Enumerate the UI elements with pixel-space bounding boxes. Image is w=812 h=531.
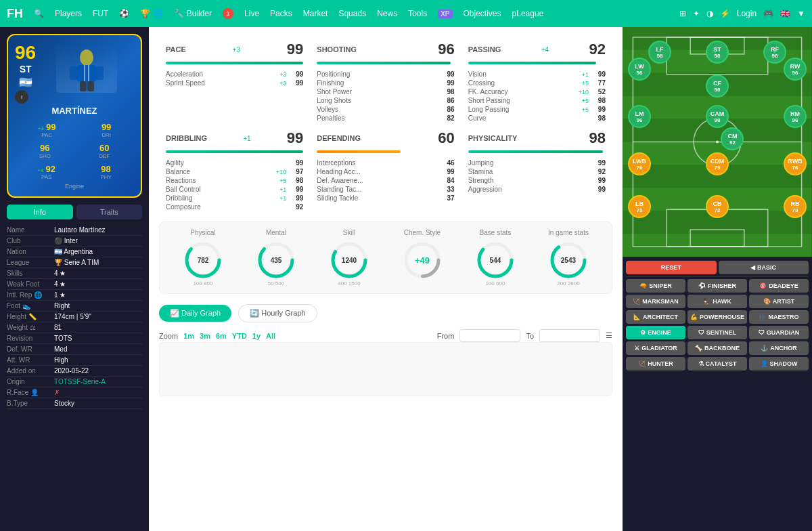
chem-backbone[interactable]: 🦴 BACKBONE (687, 341, 747, 355)
info-row-height: Height 📏 174cm | 5'9" (7, 312, 142, 322)
zoom-3m[interactable]: 3m (200, 332, 210, 340)
svg-point-34 (716, 141, 719, 144)
chem-gladiator[interactable]: ⚔ GLADIATOR (626, 341, 685, 355)
tab-info[interactable]: Info (7, 205, 73, 219)
gauge-basestats: Base stats 544 100 600 (475, 229, 516, 286)
pos-cf-value: 98 (715, 87, 721, 93)
chem-deadeye[interactable]: 🎯 DEADEYE (749, 279, 809, 293)
chem-hunter[interactable]: 🏹 HUNTER (626, 357, 685, 370)
info-row-name: Name Lautaro Martínez (7, 225, 142, 236)
pos-rb[interactable]: RB 73 (784, 195, 807, 218)
center-panel: PACE +3 99 Acceleration +3 99 Sprint Spe… (149, 27, 623, 531)
pos-cam-label: CAM (710, 110, 725, 117)
player-silhouette (56, 45, 117, 93)
nav-news[interactable]: News (377, 9, 397, 18)
chem-row-4: ⚙ ENGINE 🛡 SENTINEL 🛡 GUARDIAN (626, 326, 809, 339)
zoom-ytd[interactable]: YTD (232, 332, 247, 340)
pos-cam[interactable]: CAM 98 (706, 105, 729, 128)
card-position: ST (15, 64, 36, 75)
pos-st[interactable]: ST 98 (706, 41, 729, 64)
zoom-6m[interactable]: 6m (216, 332, 227, 340)
chem-engine[interactable]: ⚙ ENGINE (626, 326, 685, 339)
pos-cf[interactable]: CF 98 (706, 75, 729, 98)
pos-lw[interactable]: LW 96 (628, 58, 651, 81)
nav-theme-toggle[interactable]: ◑ (706, 9, 713, 18)
main-container: 96 ST 🇦🇷 I (0, 27, 812, 531)
nav-fut-icon: ⚽ (119, 9, 129, 18)
nav-live[interactable]: Live (244, 9, 259, 18)
info-row-addedon: Added on 2020-05-22 (7, 366, 142, 377)
nav-builder[interactable]: 🔧 Builder (174, 9, 212, 18)
pos-rwb[interactable]: RWB 76 (784, 152, 807, 175)
nav-search-icon[interactable]: 🔍 (34, 9, 44, 18)
pos-rf[interactable]: RF 98 (763, 41, 786, 64)
nav-login[interactable]: Login (737, 9, 757, 18)
hourly-graph-button[interactable]: 🔄 Hourly Graph (238, 304, 317, 322)
nav-squads[interactable]: Squads (338, 9, 366, 18)
pos-rw-value: 96 (792, 70, 798, 76)
graph-btn-row: 📈 Daily Graph 🔄 Hourly Graph (159, 304, 612, 322)
basic-button[interactable]: ◀ BASIC (719, 261, 809, 274)
pos-lf[interactable]: LF 98 (648, 41, 671, 64)
nav-fut[interactable]: FUT (93, 9, 108, 18)
stat-composure: Composure 92 (166, 203, 303, 211)
to-date-input[interactable] (539, 329, 600, 342)
pace-bar (166, 62, 303, 64)
dribbling-bar (166, 150, 303, 153)
nav-packs[interactable]: Packs (270, 9, 292, 18)
pos-lwb[interactable]: LWB 76 (628, 152, 651, 175)
pos-cb[interactable]: CB 72 (706, 195, 729, 218)
stats-pace: PACE +3 99 Acceleration +3 99 Sprint Spe… (159, 37, 310, 126)
pos-rm[interactable]: RM 96 (784, 105, 807, 128)
pos-rb-label: RB (791, 200, 800, 207)
chem-powerhouse[interactable]: 💪 POWERHOUSE (687, 310, 747, 324)
zoom-all[interactable]: All (266, 332, 275, 340)
chem-architect[interactable]: 📐 ARCHITECT (626, 310, 685, 324)
nav-market[interactable]: Market (303, 9, 328, 18)
nav-dropdown-icon[interactable]: ▼ (797, 9, 805, 18)
pos-cdm[interactable]: CDM 79 (706, 152, 729, 175)
passing-bar (468, 62, 596, 64)
zoom-1y[interactable]: 1y (252, 332, 261, 340)
pos-lm-label: LM (635, 110, 644, 117)
pos-rwb-value: 76 (792, 165, 798, 171)
chem-artist[interactable]: 🎨 ARTIST (749, 295, 809, 308)
reset-button[interactable]: RESET (626, 261, 717, 274)
chem-guardian[interactable]: 🛡 GUARDIAN (749, 326, 809, 339)
pos-rwb-label: RWB (788, 158, 802, 165)
zoom-1m[interactable]: 1m (183, 332, 194, 340)
chem-sniper[interactable]: 🔫 SNIPER (626, 279, 685, 293)
tab-traits[interactable]: Traits (76, 205, 143, 219)
nav-players[interactable]: Players (55, 9, 82, 18)
graph-menu-icon[interactable]: ☰ (606, 331, 612, 340)
pos-lwb-label: LWB (633, 158, 646, 165)
chem-finisher[interactable]: ⚽ FINISHER (687, 279, 747, 293)
info-row-league: League 🏆 Serie A TIM (7, 257, 142, 268)
pos-lb[interactable]: LB 73 (628, 195, 651, 218)
chem-top-row: RESET ◀ BASIC (626, 261, 809, 274)
from-date-input[interactable] (459, 329, 520, 342)
nav-objectives[interactable]: Objectives (464, 9, 501, 18)
chem-anchor[interactable]: ⚓ ANCHOR (749, 341, 809, 355)
nav-tools[interactable]: Tools (408, 9, 427, 18)
stat-balance: Balance +10 97 (166, 167, 303, 176)
card-stat-pas: +4 92 PAS (37, 164, 55, 180)
chem-row-5: ⚔ GLADIATOR 🦴 BACKBONE ⚓ ANCHOR (626, 341, 809, 355)
chem-hawk[interactable]: 🦅 HAWK (687, 295, 747, 308)
stat-fkaccuracy: FK. Accuracy +10 52 (468, 87, 606, 96)
svg-rect-30 (623, 234, 811, 257)
chem-maestro[interactable]: 🎼 MAESTRO (749, 310, 809, 324)
chem-shadow[interactable]: 👤 SHADOW (749, 357, 809, 370)
nav-pleague[interactable]: pLeague (512, 9, 544, 18)
chem-marksman[interactable]: 🏹 MARKSMAN (626, 295, 685, 308)
pos-rw[interactable]: RW 96 (784, 58, 807, 81)
chem-catalyst[interactable]: ⚗ CATALYST (687, 357, 747, 370)
daily-graph-button[interactable]: 📈 Daily Graph (159, 305, 231, 322)
nav-star-icon: ✦ (693, 9, 700, 18)
info-row-defwr: Def. WR Med (7, 344, 142, 355)
pos-st-label: ST (713, 46, 721, 53)
stat-defawareness: Def. Awarene... 84 (317, 176, 454, 185)
field-container: ST 98 LW 96 RW 96 LF 98 RF 98 (623, 27, 812, 257)
pos-lm[interactable]: LM 96 (628, 105, 651, 128)
chem-sentinel[interactable]: 🛡 SENTINEL (687, 326, 747, 339)
